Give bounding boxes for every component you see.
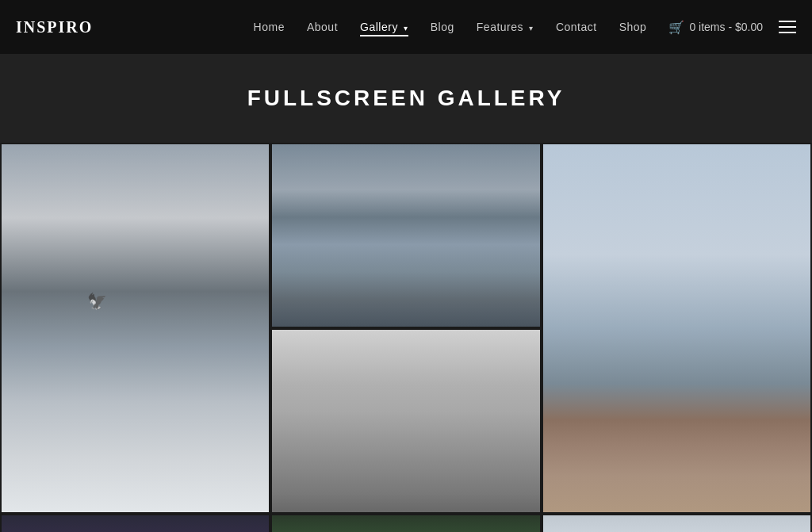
nav-links: Home About Gallery ▾ Blog Features ▾ Con…	[254, 20, 647, 34]
gallery-item-sunset[interactable]	[0, 514, 270, 532]
nav-item-about[interactable]: About	[307, 20, 338, 34]
site-logo[interactable]: INSPIRO	[16, 18, 93, 36]
cart-icon: 🛒	[668, 20, 684, 35]
gallery-item-green[interactable]	[270, 514, 541, 532]
nav-link-home[interactable]: Home	[254, 21, 285, 33]
photo-sunset	[2, 515, 269, 532]
photo-city	[272, 144, 539, 327]
nav-item-gallery[interactable]: Gallery ▾	[360, 20, 408, 34]
photo-mountains	[2, 144, 269, 512]
gallery-item-street[interactable]	[270, 328, 541, 514]
gallery-item-city[interactable]	[270, 143, 541, 328]
photo-street	[272, 330, 539, 512]
nav-link-contact[interactable]: Contact	[556, 21, 597, 33]
nav-link-blog[interactable]: Blog	[431, 21, 454, 33]
gallery-item-mountains[interactable]	[0, 143, 270, 514]
gallery-item-dock[interactable]	[542, 143, 812, 514]
photo-green	[272, 515, 539, 532]
nav-item-blog[interactable]: Blog	[431, 20, 454, 34]
hamburger-line-2	[779, 26, 796, 28]
features-chevron-icon: ▾	[529, 24, 534, 33]
hamburger-line-1	[779, 21, 796, 22]
photo-dock	[543, 144, 810, 512]
nav-link-shop[interactable]: Shop	[619, 21, 647, 33]
nav-item-contact[interactable]: Contact	[556, 20, 597, 34]
hamburger-button[interactable]	[779, 21, 796, 33]
gallery-chevron-icon: ▾	[404, 24, 408, 33]
page-title-section: FULLSCREEN GALLERY	[0, 54, 812, 143]
nav-item-home[interactable]: Home	[254, 20, 285, 34]
photo-pier	[543, 515, 810, 532]
nav-item-features[interactable]: Features ▾	[477, 20, 534, 34]
hamburger-line-3	[779, 32, 796, 33]
cart-area[interactable]: 🛒 0 items - $0.00	[668, 20, 763, 35]
cart-label: 0 items - $0.00	[689, 21, 763, 33]
gallery-item-pier[interactable]	[542, 514, 812, 532]
nav-link-features[interactable]: Features ▾	[477, 21, 534, 33]
gallery-grid	[0, 143, 812, 532]
nav-link-gallery[interactable]: Gallery ▾	[360, 21, 408, 36]
page-title: FULLSCREEN GALLERY	[16, 86, 796, 111]
nav-link-about[interactable]: About	[307, 21, 338, 33]
main-navigation: INSPIRO Home About Gallery ▾ Blog Featur…	[0, 0, 812, 54]
nav-item-shop[interactable]: Shop	[619, 20, 647, 34]
